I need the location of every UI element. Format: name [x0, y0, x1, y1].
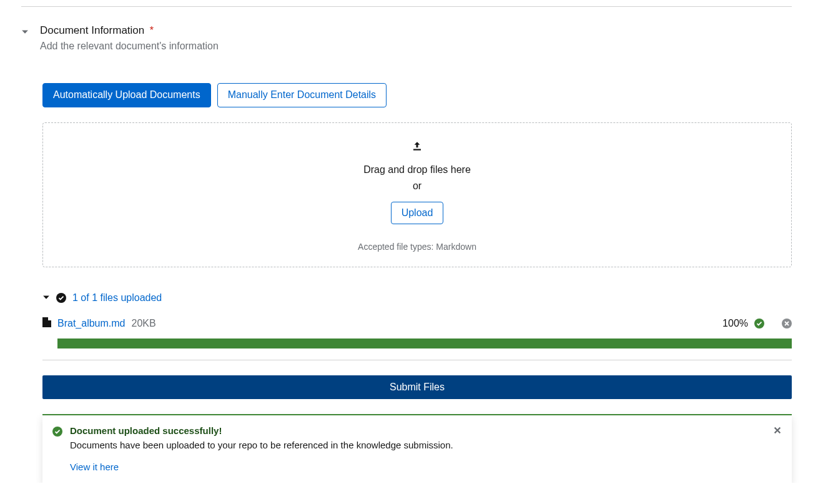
upload-percent: 100%: [722, 318, 748, 329]
tab-manual-entry[interactable]: Manually Enter Document Details: [217, 83, 387, 107]
file-icon: [42, 317, 51, 330]
tab-auto-upload[interactable]: Automatically Upload Documents: [42, 83, 211, 107]
upload-summary-text[interactable]: 1 of 1 files uploaded: [72, 292, 162, 304]
check-circle-icon: [56, 293, 66, 303]
collapse-toggle[interactable]: [20, 27, 30, 37]
alert-title: Document uploaded successfully!: [70, 425, 766, 436]
chevron-down-icon: [42, 294, 50, 301]
divider: [21, 6, 792, 7]
required-indicator: *: [150, 25, 154, 36]
success-alert: Document uploaded successfully! Document…: [42, 414, 792, 483]
section-title: Document Information: [40, 24, 144, 36]
alert-message: Documents have been uploaded to your rep…: [70, 440, 766, 450]
remove-file-button[interactable]: [782, 319, 792, 329]
file-size: 20KB: [132, 318, 156, 329]
upload-progress: [57, 338, 792, 348]
times-circle-icon: [782, 319, 792, 329]
file-dropzone[interactable]: Drag and drop files here or Upload Accep…: [42, 122, 792, 267]
alert-view-link[interactable]: View it here: [70, 462, 119, 472]
alert-close-button[interactable]: [773, 424, 782, 437]
check-circle-icon: [754, 319, 764, 329]
check-circle-icon: [52, 427, 62, 439]
accepted-types-hint: Accepted file types: Markdown: [53, 242, 781, 252]
upload-mode-tabs: Automatically Upload Documents Manually …: [42, 83, 792, 107]
submit-files-button[interactable]: Submit Files: [42, 375, 792, 399]
close-icon: [773, 426, 782, 435]
upload-button[interactable]: Upload: [391, 202, 444, 224]
divider: [42, 360, 792, 360]
uploaded-file-row: Brat_album.md 20KB 100%: [42, 317, 792, 330]
svg-rect-0: [413, 149, 421, 150]
progress-bar-fill: [57, 338, 792, 348]
file-list-toggle[interactable]: [42, 292, 50, 304]
section-description: Add the relevant document's information: [40, 41, 792, 52]
upload-icon: [411, 141, 423, 154]
section-header: Document Information * Add the relevant …: [20, 24, 792, 52]
upload-summary: 1 of 1 files uploaded: [42, 292, 792, 304]
file-name[interactable]: Brat_album.md: [57, 318, 126, 329]
chevron-down-icon: [21, 28, 29, 36]
dropzone-text-1: Drag and drop files here: [53, 164, 781, 175]
dropzone-text-2: or: [53, 180, 781, 192]
